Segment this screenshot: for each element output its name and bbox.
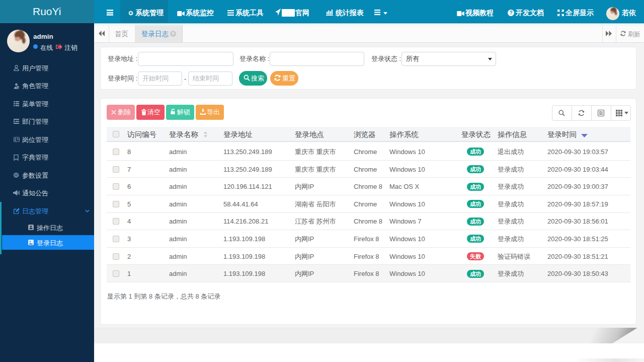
svg-text:?: ?: [509, 10, 512, 16]
